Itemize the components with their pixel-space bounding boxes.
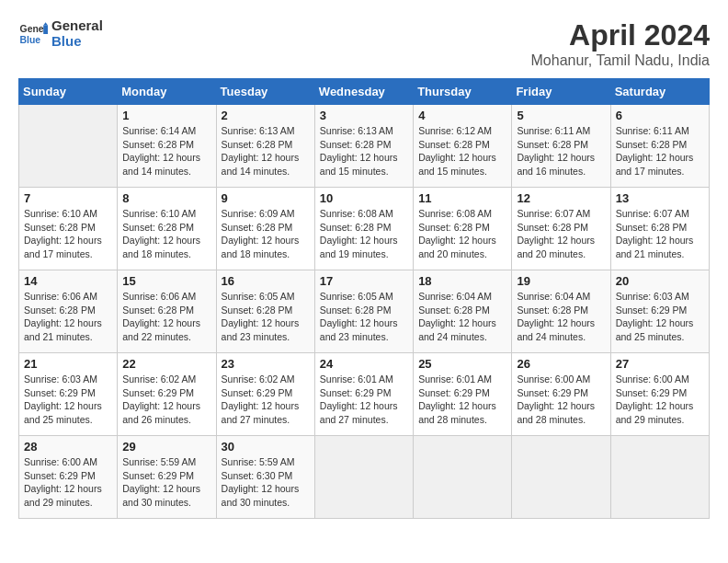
day-info: Sunrise: 6:08 AM Sunset: 6:28 PM Dayligh… <box>418 207 506 261</box>
day-info: Sunrise: 6:12 AM Sunset: 6:28 PM Dayligh… <box>418 124 506 178</box>
table-cell <box>414 436 512 519</box>
day-number: 2 <box>222 109 310 122</box>
logo-icon: General Blue <box>18 19 48 49</box>
col-header-tuesday: Tuesday <box>216 79 314 105</box>
table-cell: 8Sunrise: 6:10 AM Sunset: 6:28 PM Daylig… <box>118 188 216 270</box>
table-cell: 26Sunrise: 6:00 AM Sunset: 6:29 PM Dayli… <box>512 353 610 436</box>
logo-blue: Blue <box>51 34 103 50</box>
day-number: 28 <box>24 440 112 454</box>
day-info: Sunrise: 6:14 AM Sunset: 6:28 PM Dayligh… <box>122 124 210 178</box>
day-info: Sunrise: 6:08 AM Sunset: 6:28 PM Dayligh… <box>320 207 408 261</box>
col-header-friday: Friday <box>512 79 610 105</box>
table-cell <box>19 105 118 188</box>
day-info: Sunrise: 6:09 AM Sunset: 6:28 PM Dayligh… <box>222 207 310 261</box>
day-info: Sunrise: 6:11 AM Sunset: 6:28 PM Dayligh… <box>616 124 704 178</box>
col-header-sunday: Sunday <box>19 79 118 105</box>
table-cell: 6Sunrise: 6:11 AM Sunset: 6:28 PM Daylig… <box>610 105 709 188</box>
table-cell <box>610 436 709 519</box>
day-number: 23 <box>222 357 310 371</box>
table-cell: 27Sunrise: 6:00 AM Sunset: 6:29 PM Dayli… <box>610 353 709 436</box>
table-cell: 20Sunrise: 6:03 AM Sunset: 6:29 PM Dayli… <box>610 270 709 353</box>
day-number: 18 <box>418 274 506 288</box>
calendar-subtitle: Mohanur, Tamil Nadu, India <box>531 52 710 69</box>
day-info: Sunrise: 6:04 AM Sunset: 6:28 PM Dayligh… <box>418 290 506 344</box>
table-cell: 19Sunrise: 6:04 AM Sunset: 6:28 PM Dayli… <box>512 270 610 353</box>
day-number: 1 <box>122 109 210 122</box>
day-number: 4 <box>418 109 506 122</box>
table-cell: 9Sunrise: 6:09 AM Sunset: 6:28 PM Daylig… <box>216 188 314 270</box>
day-number: 19 <box>517 274 605 288</box>
table-cell: 24Sunrise: 6:01 AM Sunset: 6:29 PM Dayli… <box>314 353 413 436</box>
day-info: Sunrise: 5:59 AM Sunset: 6:29 PM Dayligh… <box>122 455 210 510</box>
day-number: 11 <box>418 191 506 205</box>
col-header-thursday: Thursday <box>414 79 512 105</box>
table-cell: 21Sunrise: 6:03 AM Sunset: 6:29 PM Dayli… <box>19 353 118 436</box>
day-number: 8 <box>122 191 210 205</box>
day-number: 22 <box>122 357 210 371</box>
svg-text:Blue: Blue <box>20 34 41 44</box>
day-number: 27 <box>616 357 704 371</box>
table-cell: 30Sunrise: 5:59 AM Sunset: 6:30 PM Dayli… <box>216 436 314 519</box>
day-number: 24 <box>320 357 408 371</box>
table-cell: 13Sunrise: 6:07 AM Sunset: 6:28 PM Dayli… <box>610 188 709 270</box>
day-number: 13 <box>616 191 704 205</box>
day-info: Sunrise: 5:59 AM Sunset: 6:30 PM Dayligh… <box>222 455 310 510</box>
day-info: Sunrise: 6:02 AM Sunset: 6:29 PM Dayligh… <box>122 373 210 427</box>
table-cell: 11Sunrise: 6:08 AM Sunset: 6:28 PM Dayli… <box>414 188 512 270</box>
logo-general: General <box>51 18 103 34</box>
day-info: Sunrise: 6:05 AM Sunset: 6:28 PM Dayligh… <box>320 290 408 344</box>
table-cell <box>314 436 413 519</box>
day-number: 16 <box>222 274 310 288</box>
table-cell: 29Sunrise: 5:59 AM Sunset: 6:29 PM Dayli… <box>118 436 216 519</box>
table-cell: 17Sunrise: 6:05 AM Sunset: 6:28 PM Dayli… <box>314 270 413 353</box>
day-info: Sunrise: 6:13 AM Sunset: 6:28 PM Dayligh… <box>320 124 408 178</box>
calendar-row-1: 7Sunrise: 6:10 AM Sunset: 6:28 PM Daylig… <box>19 188 710 270</box>
day-number: 7 <box>24 191 112 205</box>
day-info: Sunrise: 6:13 AM Sunset: 6:28 PM Dayligh… <box>222 124 310 178</box>
table-cell: 10Sunrise: 6:08 AM Sunset: 6:28 PM Dayli… <box>314 188 413 270</box>
day-info: Sunrise: 6:07 AM Sunset: 6:28 PM Dayligh… <box>616 207 704 261</box>
table-cell: 18Sunrise: 6:04 AM Sunset: 6:28 PM Dayli… <box>414 270 512 353</box>
table-cell: 28Sunrise: 6:00 AM Sunset: 6:29 PM Dayli… <box>19 436 118 519</box>
day-info: Sunrise: 6:03 AM Sunset: 6:29 PM Dayligh… <box>24 373 112 427</box>
table-cell: 12Sunrise: 6:07 AM Sunset: 6:28 PM Dayli… <box>512 188 610 270</box>
svg-marker-2 <box>43 25 48 34</box>
header-row: SundayMondayTuesdayWednesdayThursdayFrid… <box>19 79 710 105</box>
table-cell: 14Sunrise: 6:06 AM Sunset: 6:28 PM Dayli… <box>19 270 118 353</box>
day-info: Sunrise: 6:02 AM Sunset: 6:29 PM Dayligh… <box>222 373 310 427</box>
day-number: 6 <box>616 109 704 122</box>
day-info: Sunrise: 6:06 AM Sunset: 6:28 PM Dayligh… <box>24 290 112 344</box>
day-number: 25 <box>418 357 506 371</box>
day-info: Sunrise: 6:05 AM Sunset: 6:28 PM Dayligh… <box>222 290 310 344</box>
day-info: Sunrise: 6:00 AM Sunset: 6:29 PM Dayligh… <box>616 373 704 427</box>
day-info: Sunrise: 6:00 AM Sunset: 6:29 PM Dayligh… <box>24 455 112 510</box>
table-cell: 1Sunrise: 6:14 AM Sunset: 6:28 PM Daylig… <box>118 105 216 188</box>
col-header-wednesday: Wednesday <box>314 79 413 105</box>
day-info: Sunrise: 6:10 AM Sunset: 6:28 PM Dayligh… <box>24 207 112 261</box>
day-info: Sunrise: 6:01 AM Sunset: 6:29 PM Dayligh… <box>320 373 408 427</box>
table-cell: 2Sunrise: 6:13 AM Sunset: 6:28 PM Daylig… <box>216 105 314 188</box>
day-number: 3 <box>320 109 408 122</box>
logo: General Blue General Blue <box>18 18 103 49</box>
day-number: 30 <box>222 440 310 454</box>
table-cell <box>512 436 610 519</box>
day-info: Sunrise: 6:10 AM Sunset: 6:28 PM Dayligh… <box>122 207 210 261</box>
day-info: Sunrise: 6:04 AM Sunset: 6:28 PM Dayligh… <box>517 290 605 344</box>
day-number: 17 <box>320 274 408 288</box>
page-header: General Blue General Blue April 2024 Moh… <box>18 18 710 69</box>
day-number: 26 <box>517 357 605 371</box>
calendar-title: April 2024 <box>531 18 710 52</box>
day-info: Sunrise: 6:01 AM Sunset: 6:29 PM Dayligh… <box>418 373 506 427</box>
table-cell: 22Sunrise: 6:02 AM Sunset: 6:29 PM Dayli… <box>118 353 216 436</box>
day-number: 10 <box>320 191 408 205</box>
calendar-row-2: 14Sunrise: 6:06 AM Sunset: 6:28 PM Dayli… <box>19 270 710 353</box>
calendar-row-3: 21Sunrise: 6:03 AM Sunset: 6:29 PM Dayli… <box>19 353 710 436</box>
title-block: April 2024 Mohanur, Tamil Nadu, India <box>531 18 710 69</box>
table-cell: 7Sunrise: 6:10 AM Sunset: 6:28 PM Daylig… <box>19 188 118 270</box>
table-cell: 3Sunrise: 6:13 AM Sunset: 6:28 PM Daylig… <box>314 105 413 188</box>
day-info: Sunrise: 6:06 AM Sunset: 6:28 PM Dayligh… <box>122 290 210 344</box>
day-info: Sunrise: 6:11 AM Sunset: 6:28 PM Dayligh… <box>517 124 605 178</box>
table-cell: 4Sunrise: 6:12 AM Sunset: 6:28 PM Daylig… <box>414 105 512 188</box>
day-number: 21 <box>24 357 112 371</box>
table-cell: 25Sunrise: 6:01 AM Sunset: 6:29 PM Dayli… <box>414 353 512 436</box>
